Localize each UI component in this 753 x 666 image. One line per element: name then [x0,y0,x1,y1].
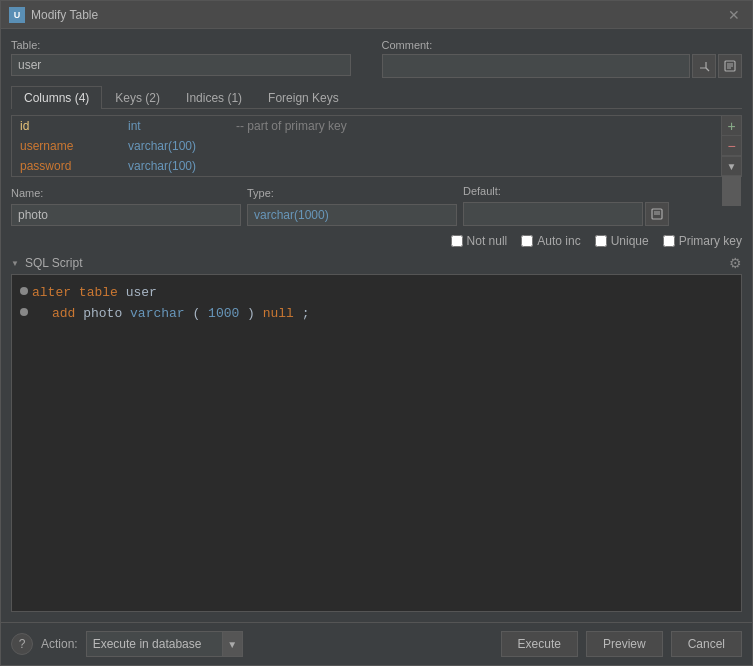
tab-foreign-keys[interactable]: Foreign Keys [255,86,352,109]
auto-inc-checkbox[interactable]: Auto inc [521,234,580,248]
tab-keys[interactable]: Keys (2) [102,86,173,109]
default-edit-btn[interactable] [645,202,669,226]
col-name-id: id [20,119,120,133]
col-type-input[interactable] [247,204,457,226]
dialog-window: U Modify Table ✕ Table: Comment: [0,0,753,666]
column-row-username[interactable]: username varchar(100) [12,136,721,156]
title-bar: U Modify Table ✕ [1,1,752,29]
bottom-bar: ? Action: Execute in database Generate S… [1,622,752,665]
sql-header[interactable]: ▼ SQL Script ⚙ [11,252,742,274]
gear-icon[interactable]: ⚙ [729,255,742,271]
column-edit-row: Name: Type: Default: [11,181,742,230]
not-null-label: Not null [467,234,508,248]
sql-collapse-arrow: ▼ [11,259,19,268]
columns-panel: id int -- part of primary key username v… [11,115,742,612]
col-name-username: username [20,139,120,153]
comment-group: Comment: [382,39,743,78]
table-label: Table: [11,39,372,51]
tabs: Columns (4) Keys (2) Indices (1) Foreign… [11,86,742,109]
sql-gutter-1 [20,287,28,295]
app-icon: U [9,7,25,23]
preview-button[interactable]: Preview [586,631,663,657]
col-scroll-down[interactable]: ▼ [722,156,741,176]
column-row-password[interactable]: password varchar(100) [12,156,721,176]
sql-text-2: add photo varchar ( 1000 ) null ; [32,304,310,325]
col-default-label: Default: [463,185,669,197]
table-name-input[interactable] [11,54,351,76]
col-type-id: int [128,119,228,133]
comment-edit-btn[interactable] [718,54,742,78]
sql-header-label: SQL Script [25,256,83,270]
col-comment-id: -- part of primary key [236,119,347,133]
window-title: Modify Table [31,8,724,22]
not-null-checkbox[interactable]: Not null [451,234,508,248]
comment-expand-btn[interactable] [692,54,716,78]
action-select-arrow[interactable]: ▼ [223,631,243,657]
checkboxes-row: Not null Auto inc Unique Primary key [11,230,742,252]
sql-section: ▼ SQL Script ⚙ alter table user [11,252,742,612]
dialog-content: Table: Comment: [1,29,752,622]
sql-text-1: alter table user [32,283,157,304]
help-button[interactable]: ? [11,633,33,655]
unique-checkbox[interactable]: Unique [595,234,649,248]
sql-line-1: alter table user [20,283,733,304]
primary-key-label: Primary key [679,234,742,248]
col-name-label: Name: [11,187,241,199]
execute-button[interactable]: Execute [501,631,578,657]
comment-input[interactable] [382,54,691,78]
tab-indices[interactable]: Indices (1) [173,86,255,109]
action-select-wrap: Execute in database Generate SQL file ▼ [86,631,243,657]
sql-line-2: add photo varchar ( 1000 ) null ; [20,304,733,325]
sql-editor[interactable]: alter table user add photo [11,274,742,612]
col-name-field: Name: [11,187,241,226]
close-button[interactable]: ✕ [724,5,744,25]
comment-input-row [382,54,743,78]
col-default-input[interactable] [463,202,643,226]
col-remove-btn[interactable]: − [722,136,741,156]
columns-list-outer: id int -- part of primary key username v… [11,115,742,177]
comment-label: Comment: [382,39,743,51]
action-label: Action: [41,637,78,651]
col-scroll-thumb [722,176,741,206]
columns-list: id int -- part of primary key username v… [12,116,721,176]
col-type-field: Type: [247,187,457,226]
tab-columns[interactable]: Columns (4) [11,86,102,109]
primary-key-checkbox[interactable]: Primary key [663,234,742,248]
col-type-label: Type: [247,187,457,199]
top-row: Table: Comment: [11,39,742,78]
col-name-input[interactable] [11,204,241,226]
column-scrollbar: + − ▲ ▼ [721,116,741,176]
col-add-btn[interactable]: + [722,116,741,136]
col-default-field: Default: [463,185,669,226]
auto-inc-label: Auto inc [537,234,580,248]
table-name-group: Table: [11,39,372,76]
default-input-row [463,202,669,226]
column-row-id[interactable]: id int -- part of primary key [12,116,721,136]
unique-label: Unique [611,234,649,248]
cancel-button[interactable]: Cancel [671,631,742,657]
action-select[interactable]: Execute in database Generate SQL file [86,631,223,657]
col-type-password: varchar(100) [128,159,228,173]
sql-gutter-2 [20,308,28,316]
col-type-username: varchar(100) [128,139,228,153]
col-name-password: password [20,159,120,173]
